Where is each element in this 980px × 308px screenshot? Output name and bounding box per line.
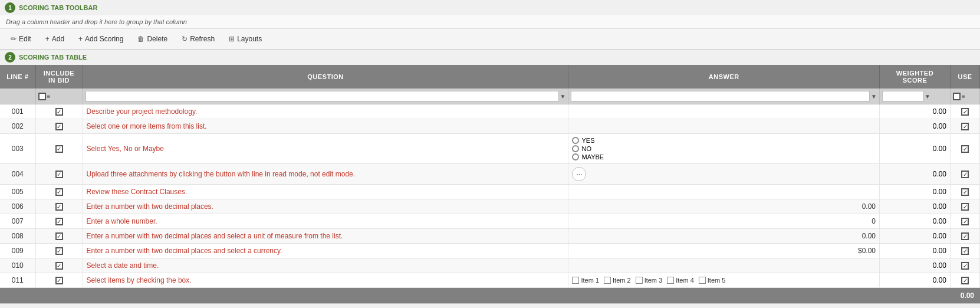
- include-checkbox[interactable]: ✓: [55, 218, 63, 225]
- cell-use: ✓: [951, 185, 980, 199]
- use-checkbox[interactable]: ✓: [961, 108, 969, 116]
- filter-answer-icon[interactable]: ▼: [871, 93, 877, 100]
- delete-button[interactable]: 🗑 Delete: [131, 32, 173, 45]
- use-checkbox[interactable]: ✓: [961, 188, 969, 196]
- use-checkbox[interactable]: ✓: [961, 232, 969, 240]
- footer-total-value: 0.00: [961, 291, 974, 300]
- cell-line: 004: [0, 164, 35, 185]
- cell-use: ✓: [951, 244, 980, 258]
- use-checkbox[interactable]: ✓: [961, 123, 969, 130]
- cell-question: Select items by checking the box.: [83, 273, 568, 288]
- answer-item-checkbox[interactable]: [604, 277, 611, 284]
- cell-question: Upload three attachments by clicking the…: [83, 164, 568, 185]
- use-checkbox[interactable]: ✓: [961, 145, 969, 153]
- include-checkbox[interactable]: ✓: [55, 188, 63, 196]
- cell-use: ✓: [951, 164, 980, 185]
- ellipsis-button[interactable]: ···: [572, 167, 586, 181]
- filter-use-icon[interactable]: ≡: [962, 93, 965, 100]
- use-checkbox[interactable]: ✓: [961, 203, 969, 211]
- cell-weighted-score: 0.00: [880, 134, 951, 164]
- include-checkbox[interactable]: ✓: [55, 277, 63, 284]
- include-checkbox[interactable]: ✓: [55, 262, 63, 270]
- answer-item-checkbox[interactable]: [667, 277, 674, 284]
- cell-weighted-score: 0.00: [880, 214, 951, 229]
- cell-use: ✓: [951, 214, 980, 229]
- use-checkbox[interactable]: ✓: [961, 262, 969, 270]
- refresh-button[interactable]: ↻ Refresh: [176, 32, 221, 45]
- answer-item: Item 4: [667, 277, 694, 284]
- radio-circle[interactable]: [572, 153, 579, 160]
- table-row: 002✓Select one or more items from this l…: [0, 119, 980, 134]
- cell-use: ✓: [951, 199, 980, 214]
- answer-item-checkbox[interactable]: [636, 277, 643, 284]
- cell-line: 010: [0, 258, 35, 273]
- filter-answer-input[interactable]: [571, 91, 870, 101]
- cell-question: Describe your project methodology.: [83, 104, 568, 119]
- cell-weighted-score: 0.00: [880, 164, 951, 185]
- radio-circle[interactable]: [572, 137, 579, 144]
- col-header-question: QUESTION: [83, 65, 568, 89]
- table-row: 001✓Describe your project methodology.0.…: [0, 104, 980, 119]
- include-checkbox[interactable]: ✓: [55, 123, 63, 130]
- filter-use: ≡: [951, 89, 980, 104]
- filter-include-icon[interactable]: ≡: [47, 93, 51, 100]
- filter-question: ▼: [83, 89, 568, 104]
- filter-weighted-input[interactable]: [882, 91, 923, 101]
- add-scoring-button[interactable]: + Add Scoring: [73, 32, 129, 45]
- radio-circle[interactable]: [572, 145, 579, 152]
- cell-question: Enter a number with two decimal places.: [83, 199, 568, 214]
- table-row: 009✓Enter a number with two decimal plac…: [0, 244, 980, 258]
- include-checkbox[interactable]: ✓: [55, 247, 63, 255]
- cell-answer: 0.00: [568, 199, 880, 214]
- cell-weighted-score: 0.00: [880, 119, 951, 134]
- col-header-answer: ANSWER: [568, 65, 880, 89]
- cell-include: ✓: [35, 185, 83, 199]
- answer-item: Item 3: [636, 277, 663, 284]
- answer-item: Item 1: [572, 277, 599, 284]
- cell-include: ✓: [35, 119, 83, 134]
- col-header-weighted: WEIGHTED SCORE: [880, 65, 951, 89]
- cell-answer: $0.00: [568, 244, 880, 258]
- cell-include: ✓: [35, 273, 83, 288]
- add-icon: +: [45, 35, 50, 43]
- cell-include: ✓: [35, 258, 83, 273]
- table-row: 011✓Select items by checking the box.Ite…: [0, 273, 980, 288]
- cell-use: ✓: [951, 229, 980, 244]
- include-checkbox[interactable]: ✓: [55, 171, 63, 178]
- cell-weighted-score: 0.00: [880, 258, 951, 273]
- table-row: 008✓Enter a number with two decimal plac…: [0, 229, 980, 244]
- table-row: 006✓Enter a number with two decimal plac…: [0, 199, 980, 214]
- add-button[interactable]: + Add: [40, 32, 70, 45]
- table-annotation: 2 SCORING TAB TABLE: [0, 50, 980, 65]
- filter-question-icon[interactable]: ▼: [560, 93, 566, 100]
- cell-line: 003: [0, 134, 35, 164]
- refresh-icon: ↻: [182, 35, 188, 43]
- filter-weighted-icon[interactable]: ▼: [925, 93, 930, 100]
- use-checkbox[interactable]: ✓: [961, 218, 969, 225]
- include-checkbox[interactable]: ✓: [55, 145, 63, 153]
- edit-button[interactable]: ✏ Edit: [5, 32, 37, 45]
- cell-answer: [568, 104, 880, 119]
- toolbar: ✏ Edit + Add + Add Scoring 🗑 Delete ↻ Re…: [0, 29, 980, 50]
- use-checkbox[interactable]: ✓: [961, 247, 969, 255]
- cell-use: ✓: [951, 134, 980, 164]
- filter-question-input[interactable]: [85, 91, 559, 101]
- cell-use: ✓: [951, 104, 980, 119]
- use-checkbox[interactable]: ✓: [961, 277, 969, 284]
- scoring-table: LINE # INCLUDE IN BID QUESTION ANSWER WE…: [0, 65, 980, 288]
- table-row: 003✓Select Yes, No or MaybeYESNOMAYBE0.0…: [0, 134, 980, 164]
- use-checkbox[interactable]: ✓: [961, 171, 969, 178]
- include-checkbox[interactable]: ✓: [55, 108, 63, 116]
- filter-use-checkbox[interactable]: [953, 93, 961, 100]
- layouts-button[interactable]: ⊞ Layouts: [223, 32, 268, 45]
- scoring-table-container: LINE # INCLUDE IN BID QUESTION ANSWER WE…: [0, 65, 980, 288]
- toolbar-annotation-number: 1: [5, 2, 15, 13]
- cell-line: 009: [0, 244, 35, 258]
- include-checkbox[interactable]: ✓: [55, 232, 63, 240]
- drag-hint: Drag a column header and drop it here to…: [0, 15, 980, 29]
- cell-weighted-score: 0.00: [880, 185, 951, 199]
- answer-item-checkbox[interactable]: [699, 277, 706, 284]
- include-checkbox[interactable]: ✓: [55, 203, 63, 211]
- filter-include-checkbox[interactable]: [38, 93, 46, 100]
- answer-item-checkbox[interactable]: [572, 277, 579, 284]
